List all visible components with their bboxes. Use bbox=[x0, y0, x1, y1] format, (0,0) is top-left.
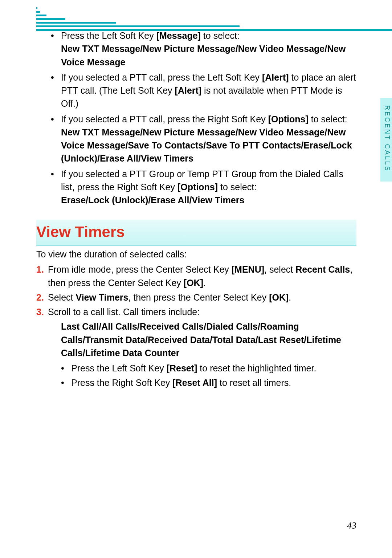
bullet-item: If you selected a PTT call, press the Le… bbox=[51, 71, 356, 110]
section-heading: View Timers bbox=[36, 220, 356, 246]
bold-text: [Options] bbox=[177, 182, 218, 192]
bold-text: [Alert] bbox=[175, 85, 202, 95]
bold-text: [Message] bbox=[156, 30, 201, 41]
step3-bold-block: Last Call/All Calls/Received Calls/Diale… bbox=[61, 320, 356, 359]
side-tab-label: RECENT CALLS bbox=[380, 98, 392, 172]
sub-bullet-item: Press the Right Soft Key [Reset All] to … bbox=[61, 376, 356, 389]
bold-text: [Reset All] bbox=[172, 378, 217, 388]
bold-text: [Reset] bbox=[167, 363, 197, 373]
step-item: 2. Select View Timers, then press the Ce… bbox=[36, 291, 356, 304]
step3-sub-bullets: Press the Left Soft Key [Reset] to reset… bbox=[61, 362, 356, 390]
bold-text: [OK] bbox=[184, 278, 203, 288]
side-tab: RECENT CALLS bbox=[380, 98, 392, 182]
content: Press the Left Soft Key [Message] to sel… bbox=[36, 29, 356, 390]
text: Scroll to a call list. Call timers inclu… bbox=[48, 307, 200, 317]
text: If you selected a PTT call, press the Le… bbox=[61, 72, 262, 82]
text: . bbox=[203, 278, 206, 288]
bullet-item: If you selected a PTT Group or Temp PTT … bbox=[51, 167, 356, 207]
text: Select bbox=[48, 292, 75, 302]
bold-text: [Options] bbox=[268, 114, 309, 124]
page: RECENT CALLS Press the Left Soft Key [Me… bbox=[0, 0, 392, 558]
bold-text: View Timers bbox=[75, 292, 128, 302]
bold-text: [MENU] bbox=[232, 264, 264, 274]
step-item: 3. Scroll to a call list. Call timers in… bbox=[36, 305, 356, 318]
bold-text: [Alert] bbox=[262, 72, 289, 82]
bullet-item: If you selected a PTT call, press the Ri… bbox=[51, 113, 356, 165]
text: Press the Left Soft Key bbox=[61, 30, 156, 41]
step-number: 2. bbox=[36, 291, 44, 304]
text: to reset all timers. bbox=[217, 378, 291, 388]
bullet-list-top: Press the Left Soft Key [Message] to sel… bbox=[51, 29, 356, 207]
steps-list: 1. From idle mode, press the Center Sele… bbox=[36, 263, 356, 318]
step-number: 1. bbox=[36, 263, 44, 276]
text: Press the Left Soft Key bbox=[71, 363, 167, 373]
text: , then press the Center Select Key bbox=[128, 292, 269, 302]
bold-text: Erase/Lock (Unlock)/Erase All/View Timer… bbox=[61, 195, 244, 205]
text: , select bbox=[264, 264, 295, 274]
text: to select: bbox=[201, 30, 240, 41]
bold-text: [OK] bbox=[269, 292, 289, 302]
text: to select: bbox=[309, 114, 347, 124]
text: to select: bbox=[218, 182, 257, 192]
step-number: 3. bbox=[36, 305, 44, 318]
text: Press the Right Soft Key bbox=[71, 378, 172, 388]
bold-text: New TXT Message/New Picture Message/New … bbox=[61, 127, 352, 164]
step-item: 1. From idle mode, press the Center Sele… bbox=[36, 263, 356, 289]
bold-text: New TXT Message/New Picture Message/New … bbox=[61, 44, 346, 67]
text: From idle mode, press the Center Select … bbox=[48, 264, 232, 274]
text: . bbox=[289, 292, 291, 302]
text: to reset the highlighted timer. bbox=[197, 363, 316, 373]
page-number: 43 bbox=[347, 519, 356, 533]
bullet-item: Press the Left Soft Key [Message] to sel… bbox=[51, 29, 356, 69]
text: If you selected a PTT call, press the Ri… bbox=[61, 114, 268, 124]
lead-text: To view the duration of selected calls: bbox=[36, 248, 356, 261]
bold-text: Recent Calls bbox=[295, 264, 350, 274]
sub-bullet-item: Press the Left Soft Key [Reset] to reset… bbox=[61, 362, 356, 375]
